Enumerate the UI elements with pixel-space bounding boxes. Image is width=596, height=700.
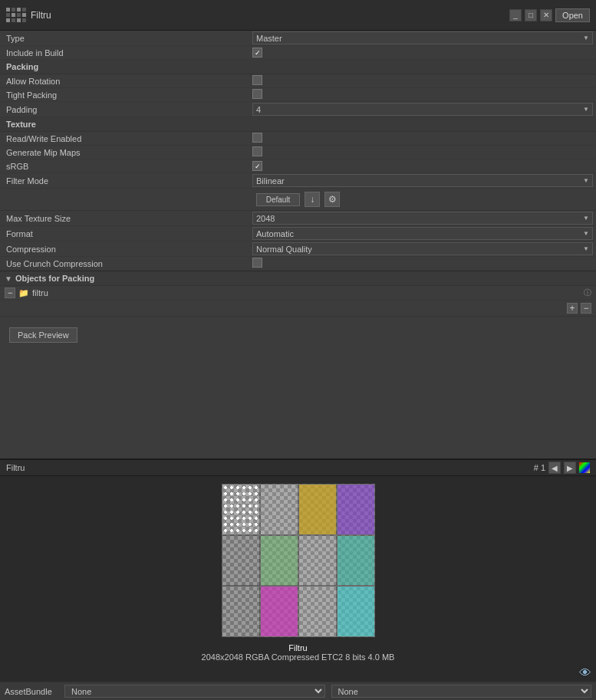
texture-label: Filtru 2048x2048 RGBA Compressed ETC2 8 … — [0, 640, 596, 665]
padding-row: Padding 4 ▼ — [0, 102, 596, 117]
tight-packing-row: Tight Packing — [0, 88, 596, 102]
compression-label: Compression — [3, 245, 252, 254]
include-in-build-row: Include in Build — [0, 46, 596, 60]
atlas-cell-5 — [222, 535, 260, 587]
bottom-panel: Filtru # 1 ◀ ▶ — [0, 458, 596, 700]
allow-rotation-value[interactable] — [252, 75, 593, 87]
settings-icon[interactable]: ⚙ — [324, 192, 340, 207]
atlas-cell-11 — [298, 586, 337, 637]
asset-bundle-label: AssetBundle — [5, 687, 58, 696]
asset-bundle-select-1[interactable]: None — [64, 685, 325, 698]
format-value[interactable]: Automatic ▼ — [252, 227, 593, 240]
eye-icon[interactable]: 👁 — [579, 666, 591, 680]
read-write-label: Read/Write Enabled — [3, 134, 252, 143]
remove-item-button[interactable]: − — [5, 288, 15, 298]
atlas-cell-9 — [222, 586, 260, 637]
type-label: Type — [3, 34, 252, 43]
objects-collapse-icon[interactable]: ▼ — [5, 274, 12, 283]
crunch-compression-row: Use Crunch Compression — [0, 257, 596, 271]
filtru-item-row: − 📁 filtru ⓘ — [0, 286, 596, 301]
texture-preview-area — [0, 476, 596, 640]
tight-packing-checkbox[interactable] — [252, 89, 262, 99]
atlas-cell-2 — [260, 484, 298, 535]
compression-dropdown[interactable]: Normal Quality ▼ — [252, 242, 593, 255]
maximize-button[interactable]: □ — [525, 9, 537, 21]
srgb-value[interactable] — [252, 161, 593, 172]
objects-for-packing-label: Objects for Packing — [15, 274, 94, 283]
asset-bundle-select-2[interactable]: None — [331, 685, 592, 698]
window-title: Filtru — [31, 10, 51, 21]
atlas-grid — [222, 484, 375, 637]
filter-mode-value[interactable]: Bilinear ▼ — [252, 174, 593, 187]
padding-value[interactable]: 4 ▼ — [252, 103, 593, 116]
texture-section-header: Texture — [0, 117, 596, 132]
atlas-cell-10 — [260, 586, 298, 637]
dropdown-arrow-icon: ▼ — [583, 177, 589, 184]
tight-packing-value[interactable] — [252, 89, 593, 100]
minimize-button[interactable]: _ — [509, 9, 522, 21]
atlas-cell-12 — [337, 586, 375, 637]
max-texture-size-dropdown[interactable]: 2048 ▼ — [252, 212, 593, 225]
allow-rotation-row: Allow Rotation — [0, 74, 596, 88]
mip-maps-row: Generate Mip Maps — [0, 146, 596, 159]
read-write-checkbox[interactable] — [252, 133, 262, 143]
atlas-cell-7 — [298, 535, 337, 587]
title-bar-left: Filtru — [6, 8, 51, 22]
atlas-cell-6 — [260, 535, 298, 587]
atlas-cell-4 — [337, 484, 375, 535]
default-platform-button[interactable]: Default — [256, 193, 301, 206]
download-icon[interactable]: ↓ — [305, 192, 320, 207]
srgb-checkbox[interactable] — [252, 161, 262, 171]
bottom-controls: # 1 ◀ ▶ — [534, 462, 590, 474]
add-object-button[interactable]: + — [567, 303, 578, 314]
page-number: # 1 — [534, 463, 545, 472]
eye-row: 👁 — [0, 665, 596, 682]
remove-object-button[interactable]: − — [581, 303, 591, 314]
allow-rotation-label: Allow Rotation — [3, 77, 252, 86]
dropdown-arrow-icon: ▼ — [583, 106, 589, 113]
nav-prev-button[interactable]: ◀ — [548, 462, 561, 474]
allow-rotation-checkbox[interactable] — [252, 75, 262, 85]
read-write-value[interactable] — [252, 133, 593, 144]
dropdown-arrow-icon: ▼ — [583, 35, 589, 41]
info-icon[interactable]: ⓘ — [584, 288, 591, 298]
filter-mode-dropdown[interactable]: Bilinear ▼ — [252, 174, 593, 187]
filter-mode-label: Filter Mode — [3, 176, 252, 186]
type-value[interactable]: Master ▼ — [252, 31, 593, 44]
pack-preview-button[interactable]: Pack Preview — [9, 327, 77, 343]
mip-maps-label: Generate Mip Maps — [3, 148, 252, 157]
tight-packing-label: Tight Packing — [3, 90, 252, 100]
texture-info: 2048x2048 RGBA Compressed ETC2 8 bits 4.… — [202, 652, 395, 662]
format-row: Format Automatic ▼ — [0, 226, 596, 242]
atlas-cell-8 — [337, 535, 375, 587]
include-in-build-value[interactable] — [252, 48, 593, 58]
folder-icon: 📁 — [18, 288, 29, 298]
compression-value[interactable]: Normal Quality ▼ — [252, 242, 593, 255]
type-dropdown[interactable]: Master ▼ — [252, 31, 593, 44]
platform-row: Default ↓ ⚙ — [0, 189, 596, 211]
color-swatch[interactable] — [579, 462, 590, 473]
title-bar-right[interactable]: _ □ ✕ Open — [509, 8, 590, 22]
padding-label: Padding — [3, 105, 252, 114]
mip-maps-value[interactable] — [252, 146, 593, 158]
open-button[interactable]: Open — [555, 8, 590, 22]
include-in-build-label: Include in Build — [3, 48, 252, 58]
title-bar: Filtru _ □ ✕ Open — [0, 0, 596, 31]
bottom-panel-title: Filtru — [6, 463, 25, 472]
texture-name: Filtru — [288, 643, 307, 652]
srgb-label: sRGB — [3, 162, 252, 171]
include-in-build-checkbox[interactable] — [252, 48, 262, 58]
objects-for-packing-header: ▼ Objects for Packing — [0, 271, 596, 286]
close-button[interactable]: ✕ — [540, 9, 552, 21]
pack-preview-container: Pack Preview — [0, 317, 596, 353]
format-dropdown[interactable]: Automatic ▼ — [252, 227, 593, 240]
crunch-compression-checkbox[interactable] — [252, 258, 262, 268]
padding-dropdown[interactable]: 4 ▼ — [252, 103, 593, 116]
mip-maps-checkbox[interactable] — [252, 146, 262, 156]
dropdown-arrow-icon: ▼ — [583, 230, 589, 237]
dropdown-arrow-icon: ▼ — [583, 245, 589, 252]
max-texture-size-value[interactable]: 2048 ▼ — [252, 212, 593, 225]
nav-next-button[interactable]: ▶ — [564, 462, 576, 474]
crunch-compression-value[interactable] — [252, 258, 593, 269]
srgb-row: sRGB — [0, 159, 596, 173]
